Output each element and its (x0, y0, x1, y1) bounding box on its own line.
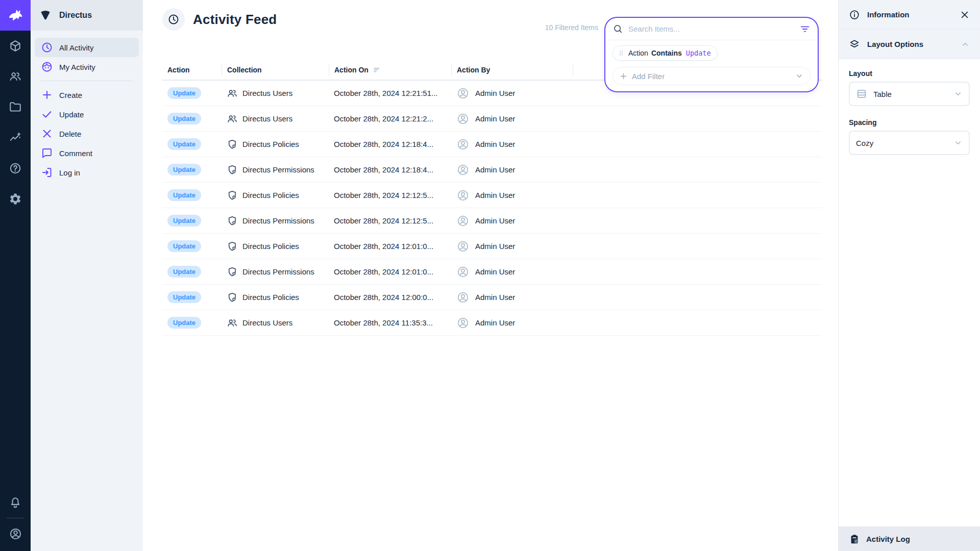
nav-item-comment[interactable]: Comment (35, 143, 139, 163)
nav-item-create[interactable]: Create (35, 85, 139, 105)
module-insights-button[interactable] (0, 122, 31, 153)
collection-name: Directus Policies (242, 140, 299, 148)
nav-item-label: Create (59, 91, 82, 99)
close-icon[interactable] (960, 10, 970, 20)
action-by-user: Admin User (475, 191, 515, 199)
filter-field: Action (628, 49, 648, 57)
table-row[interactable]: Update Directus Policies October 28th, 2… (162, 183, 822, 208)
table-row[interactable]: Update Directus Policies October 28th, 2… (162, 234, 822, 259)
module-content-button[interactable] (0, 31, 31, 61)
status-badge: Update (167, 215, 201, 227)
action-on-date: October 28th, 2024 12:00:0... (334, 293, 433, 302)
directus-logo-button[interactable] (0, 0, 31, 31)
action-on-date: October 28th, 2024 12:21:51... (334, 89, 437, 97)
table-row[interactable]: Update Directus Permissions October 28th… (162, 259, 822, 285)
users-icon (227, 88, 238, 99)
filtered-items-count: 10 Filtered Items (545, 22, 598, 33)
shield-lock-icon (227, 190, 238, 201)
module-users-button[interactable] (0, 61, 31, 92)
column-header-action-on[interactable]: Action On (329, 64, 451, 76)
avatar-icon (456, 138, 470, 151)
spacing-select[interactable]: Cozy (849, 131, 970, 155)
filter-chip[interactable]: Action Contains Update (612, 45, 718, 61)
nav-item-all-activity[interactable]: All Activity (35, 38, 139, 57)
avatar-icon (456, 240, 470, 253)
add-filter-button[interactable]: Add Filter (612, 67, 811, 85)
add-filter-label: Add Filter (632, 72, 665, 81)
nav-divider (41, 81, 133, 81)
module-bar-divider (7, 518, 24, 518)
users-icon (227, 113, 238, 124)
project-header[interactable]: Directus (31, 0, 143, 31)
module-files-button[interactable] (0, 92, 31, 122)
action-on-date: October 28th, 2024 12:18:4... (334, 140, 433, 148)
table-row[interactable]: Update Directus Policies October 28th, 2… (162, 132, 822, 157)
layers-icon (849, 39, 860, 50)
shield-lock-icon (227, 139, 238, 150)
layout-options-accordion[interactable]: Layout Options (839, 30, 980, 59)
collection-name: Directus Permissions (242, 267, 314, 276)
folder-icon (9, 101, 22, 114)
collection-name: Directus Permissions (242, 216, 314, 225)
status-badge: Update (167, 87, 201, 99)
plus-icon (41, 89, 53, 101)
avatar-icon (456, 214, 470, 228)
filter-icon[interactable] (799, 23, 811, 35)
module-settings-button[interactable] (0, 184, 31, 214)
insights-icon (9, 131, 22, 144)
help-icon (9, 162, 22, 175)
avatar-icon (456, 112, 470, 126)
plus-icon (619, 72, 628, 81)
action-on-date: October 28th, 2024 12:21:2... (334, 114, 433, 123)
page-icon-circle (162, 8, 185, 31)
chevron-down-icon (953, 138, 963, 147)
login-icon (41, 166, 53, 179)
table-row[interactable]: Update Directus Users October 28th, 2024… (162, 310, 822, 336)
column-header-action[interactable]: Action (162, 64, 222, 76)
spacing-field-label: Spacing (849, 118, 970, 127)
chevron-up-icon (961, 40, 970, 49)
collection-name: Directus Users (242, 318, 292, 327)
avatar-icon (456, 87, 470, 100)
action-by-user: Admin User (475, 318, 515, 327)
table-row[interactable]: Update Directus Policies October 28th, 2… (162, 285, 822, 310)
action-on-date: October 28th, 2024 12:01:0... (334, 242, 433, 251)
users-icon (227, 317, 238, 329)
table-row[interactable]: Update Directus Permissions October 28th… (162, 208, 822, 234)
table-row[interactable]: Update Directus Permissions October 28th… (162, 157, 822, 183)
nav-item-label: Update (59, 110, 84, 119)
notifications-button[interactable] (0, 489, 31, 516)
nav-item-my-activity[interactable]: My Activity (35, 57, 139, 77)
table-row[interactable]: Update Directus Users October 28th, 2024… (162, 106, 822, 132)
column-header-collection[interactable]: Collection (222, 64, 329, 76)
sort-icon[interactable] (373, 65, 382, 74)
clipboard-clock-icon (849, 534, 860, 545)
layout-options-body: Layout Table Spacing Cozy (839, 59, 980, 527)
nav-item-login[interactable]: Log in (35, 163, 139, 182)
search-panel: Action Contains Update Add Filter (604, 17, 819, 92)
collection-name: Directus Permissions (242, 165, 314, 174)
users-icon (9, 70, 22, 83)
activity-log-button[interactable]: Activity Log (839, 527, 980, 551)
action-on-date: October 28th, 2024 12:01:0... (334, 267, 433, 276)
nav-item-delete[interactable]: Delete (35, 124, 139, 143)
nav-item-label: All Activity (59, 43, 94, 52)
layout-select[interactable]: Table (849, 82, 970, 106)
collection-name: Directus Policies (242, 242, 299, 251)
clock-icon (167, 13, 180, 26)
drag-handle-icon[interactable] (617, 49, 625, 57)
filter-value: Update (686, 49, 711, 57)
collection-name: Directus Users (242, 89, 292, 97)
user-menu-button[interactable] (0, 520, 31, 547)
search-input[interactable] (628, 24, 799, 33)
avatar-icon (456, 291, 470, 304)
action-on-date: October 28th, 2024 12:18:4... (334, 165, 433, 174)
action-on-date: October 28th, 2024 11:35:3... (334, 318, 433, 327)
status-badge: Update (167, 291, 201, 303)
column-header-action-by[interactable]: Action By (451, 64, 573, 76)
nav-item-update[interactable]: Update (35, 105, 139, 124)
status-badge: Update (167, 189, 201, 201)
status-badge: Update (167, 266, 201, 278)
information-header: Information (839, 0, 980, 30)
module-help-button[interactable] (0, 153, 31, 184)
